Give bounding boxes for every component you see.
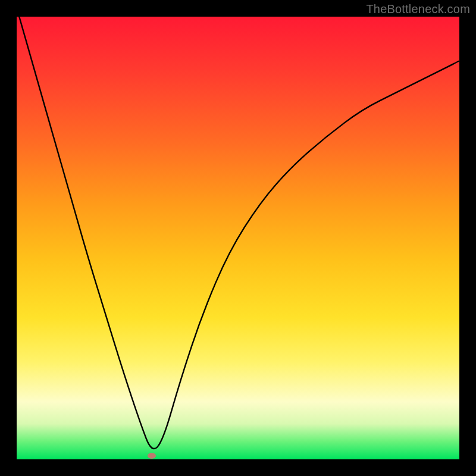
- optimal-point-marker: [148, 453, 156, 459]
- bottleneck-curve: [17, 17, 459, 459]
- watermark-text: TheBottleneck.com: [366, 2, 470, 16]
- chart-frame: TheBottleneck.com: [0, 0, 476, 476]
